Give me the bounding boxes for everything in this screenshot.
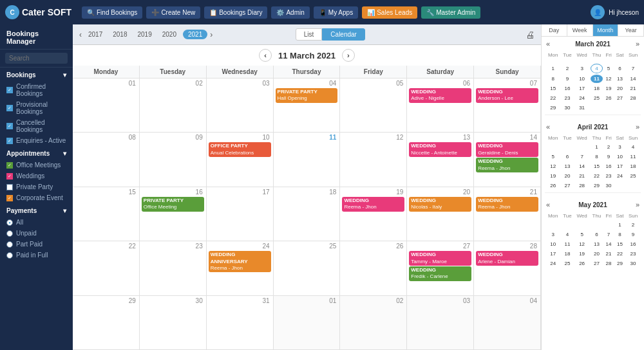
event-1-2-0[interactable]: OFFICE PARTYAnual Celebrations: [209, 142, 271, 157]
mini-day-0-4-4[interactable]: 26: [604, 94, 613, 102]
cal-day-2-4[interactable]: 19WEDDINGReema - Jhon: [340, 187, 407, 241]
mini-day-1-0-3[interactable]: 1: [591, 143, 603, 151]
cal-day-4-0[interactable]: 29: [73, 296, 140, 349]
sales-leads-button[interactable]: 📊 Sales Leads: [362, 6, 417, 19]
view-list-button[interactable]: List: [296, 28, 323, 41]
provisional-bookings-checkbox[interactable]: [6, 105, 13, 111]
mini-day-2-3-6[interactable]: 23: [627, 250, 639, 258]
mini-day-0-3-2[interactable]: 17: [574, 84, 589, 93]
mini-day-0-3-3[interactable]: 18: [591, 84, 603, 93]
sidebar-item-payment-paid-full[interactable]: Paid in Full: [0, 250, 73, 261]
year-2020[interactable]: 2020: [158, 30, 180, 39]
mini-day-0-2-6[interactable]: 14: [627, 75, 639, 83]
payment-part-paid-radio[interactable]: [6, 241, 13, 248]
view-month-button[interactable]: Month: [593, 24, 619, 36]
event-2-5-0[interactable]: WEDDINGNicolas - Italy: [409, 197, 471, 212]
mini-day-0-2-2[interactable]: 10: [574, 75, 589, 83]
mini-day-0-1-5[interactable]: 6: [614, 64, 625, 73]
mini-day-1-2-3[interactable]: 15: [591, 162, 603, 170]
cal-day-4-1[interactable]: 30: [140, 296, 207, 349]
cal-day-3-5[interactable]: 27WEDDINGTammy - MaroeWEDDINGFredik - Ca…: [407, 241, 474, 295]
weddings-checkbox[interactable]: [6, 173, 13, 180]
private-party-checkbox[interactable]: [6, 184, 13, 190]
mini-day-0-5-1[interactable]: 30: [561, 104, 573, 112]
mini-day-1-3-2[interactable]: 21: [574, 172, 589, 180]
mini-day-1-1-4[interactable]: 9: [604, 152, 613, 161]
mini-day-1-2-0[interactable]: 12: [546, 162, 560, 170]
event-0-6-0[interactable]: WEDDINGAnderson - Lee: [476, 88, 538, 103]
event-0-5-0[interactable]: WEDDINGAdive - Nigelle: [409, 88, 471, 103]
mini-day-2-1-0[interactable]: 3: [546, 230, 560, 239]
sidebar-item-office-meetings[interactable]: Office Meetings: [0, 160, 73, 170]
mini-day-0-3-5[interactable]: 20: [614, 84, 625, 93]
event-1-5-0[interactable]: WEDDINGNiccette - Antoinette: [409, 142, 471, 157]
sidebar-item-provisional-bookings[interactable]: Provisional Bookings: [0, 99, 73, 117]
payment-unpaid-radio[interactable]: [6, 230, 13, 237]
mini-day-2-0-6[interactable]: 2: [627, 221, 639, 229]
mini-day-0-2-0[interactable]: 8: [546, 75, 560, 83]
create-new-button[interactable]: ➕ Create New: [146, 6, 200, 19]
bookings-diary-button[interactable]: 📋 Bookings Diary: [204, 6, 267, 19]
cal-day-3-2[interactable]: 24WEDDING ANNIVERSARYReema - Jhon: [207, 241, 274, 295]
year-next-button[interactable]: ›: [210, 30, 213, 39]
sidebar-item-weddings[interactable]: Weddings: [0, 170, 73, 181]
cal-day-2-5[interactable]: 20WEDDINGNicolas - Italy: [407, 187, 474, 241]
mini-day-1-1-2[interactable]: 7: [574, 152, 589, 161]
sidebar-item-confirmed-bookings[interactable]: Confirmed Bookings: [0, 81, 73, 99]
cal-day-1-0[interactable]: 08: [73, 133, 140, 186]
cal-day-3-1[interactable]: 23: [140, 241, 207, 295]
mini-day-0-3-4[interactable]: 19: [604, 84, 613, 93]
mini-day-0-2-3[interactable]: 11: [591, 75, 603, 83]
cal-next-button[interactable]: ›: [342, 49, 355, 62]
mini-day-1-1-6[interactable]: 11: [627, 152, 639, 161]
mini-day-1-3-4[interactable]: 23: [604, 172, 613, 180]
mini-day-2-3-0[interactable]: 17: [546, 250, 560, 258]
mini-day-0-4-2[interactable]: 24: [574, 94, 589, 102]
cal-day-0-3[interactable]: 04PRIVATE PARTYHall Opening: [274, 78, 341, 132]
mini-day-2-4-0[interactable]: 24: [546, 259, 560, 268]
mini-day-1-4-1[interactable]: 27: [561, 181, 573, 190]
mini-day-1-2-4[interactable]: 16: [604, 162, 613, 170]
cal-day-4-6[interactable]: 04: [474, 296, 541, 349]
mini-day-0-4-1[interactable]: 23: [561, 94, 573, 102]
sidebar-item-payment-unpaid[interactable]: Unpaid: [0, 228, 73, 239]
cal-day-1-6[interactable]: 14WEDDINGGeraldine - DenisWEDDINGReema -…: [474, 133, 541, 186]
mini-day-2-2-1[interactable]: 11: [561, 240, 573, 248]
mini-day-0-3-1[interactable]: 16: [561, 84, 573, 93]
mini-day-2-4-5[interactable]: 29: [614, 259, 625, 268]
cal-day-3-0[interactable]: 22: [73, 241, 140, 295]
cal-day-0-5[interactable]: 06WEDDINGAdive - Nigelle: [407, 78, 474, 132]
mini-cal-prev-0[interactable]: «: [545, 40, 551, 48]
cal-day-4-3[interactable]: 01: [274, 296, 341, 349]
cal-day-0-1[interactable]: 02: [140, 78, 207, 132]
mini-day-2-3-3[interactable]: 20: [591, 250, 603, 258]
mini-day-1-1-3[interactable]: 8: [591, 152, 603, 161]
find-bookings-button[interactable]: 🔍 Find Bookings: [82, 6, 142, 19]
mini-day-1-4-2[interactable]: 28: [574, 181, 589, 190]
mini-day-1-3-5[interactable]: 24: [614, 172, 625, 180]
cal-day-3-6[interactable]: 28WEDDINGArlene - Damian: [474, 241, 541, 295]
cal-day-2-1[interactable]: 16PRIVATE PARTYOffice Meeting: [140, 187, 207, 241]
event-3-6-0[interactable]: WEDDINGArlene - Damian: [476, 251, 538, 266]
search-input[interactable]: [5, 53, 68, 64]
view-calendar-button[interactable]: Calendar: [322, 28, 365, 41]
event-2-4-0[interactable]: WEDDINGReema - Jhon: [342, 197, 404, 212]
cal-day-2-3[interactable]: 18: [274, 187, 341, 241]
mini-day-2-1-5[interactable]: 8: [614, 230, 625, 239]
mini-day-2-4-6[interactable]: 30: [627, 259, 639, 268]
cal-day-1-4[interactable]: 12: [340, 133, 407, 186]
mini-day-0-1-6[interactable]: 7: [627, 64, 639, 73]
sidebar-item-corporate-event[interactable]: Corporate Event: [0, 192, 73, 203]
sidebar-item-enquiries-active[interactable]: Enquiries - Active: [0, 135, 73, 146]
cal-day-1-1[interactable]: 09: [140, 133, 207, 186]
mini-day-1-4-0[interactable]: 26: [546, 181, 560, 190]
mini-day-2-1-1[interactable]: 4: [561, 230, 573, 239]
mini-day-0-4-6[interactable]: 28: [627, 94, 639, 102]
mini-day-2-1-3[interactable]: 6: [591, 230, 603, 239]
confirmed-bookings-checkbox[interactable]: [6, 87, 13, 93]
event-3-5-0[interactable]: WEDDINGTammy - Maroe: [409, 251, 471, 266]
mini-day-2-2-5[interactable]: 15: [614, 240, 625, 248]
payment-paid-full-radio[interactable]: [6, 252, 13, 259]
mini-day-2-4-1[interactable]: 25: [561, 259, 573, 268]
cal-day-1-2[interactable]: 10OFFICE PARTYAnual Celebrations: [207, 133, 274, 186]
